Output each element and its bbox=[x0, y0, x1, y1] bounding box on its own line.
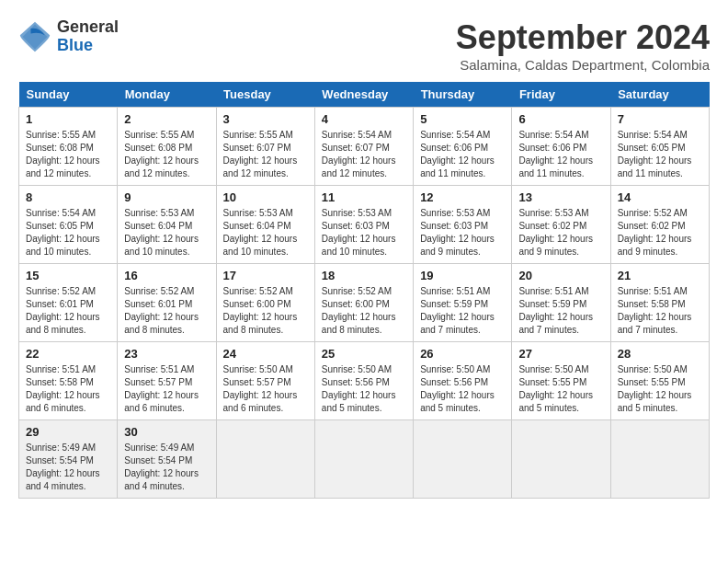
week-2: 8 Sunrise: 5:54 AMSunset: 6:05 PMDayligh… bbox=[19, 186, 710, 264]
day-3: 3 Sunrise: 5:55 AMSunset: 6:07 PMDayligh… bbox=[216, 108, 314, 186]
page-header: General Blue September 2024 Salamina, Ca… bbox=[18, 18, 710, 73]
logo-blue: Blue bbox=[57, 37, 119, 55]
location-title: Salamina, Caldas Department, Colombia bbox=[456, 57, 710, 73]
week-5: 29 Sunrise: 5:49 AMSunset: 5:54 PMDaylig… bbox=[19, 420, 710, 499]
logo: General Blue bbox=[18, 18, 119, 55]
day-25: 25 Sunrise: 5:50 AMSunset: 5:56 PMDaylig… bbox=[314, 342, 413, 420]
day-14: 14 Sunrise: 5:52 AMSunset: 6:02 PMDaylig… bbox=[610, 186, 709, 264]
day-6: 6 Sunrise: 5:54 AMSunset: 6:06 PMDayligh… bbox=[512, 108, 610, 186]
title-area: September 2024 Salamina, Caldas Departme… bbox=[456, 18, 710, 73]
day-28: 28 Sunrise: 5:50 AMSunset: 5:55 PMDaylig… bbox=[610, 342, 709, 420]
empty-cell-3 bbox=[414, 420, 512, 499]
header-saturday: Saturday bbox=[610, 82, 709, 108]
day-12: 12 Sunrise: 5:53 AMSunset: 6:03 PMDaylig… bbox=[414, 186, 512, 264]
day-18: 18 Sunrise: 5:52 AMSunset: 6:00 PMDaylig… bbox=[314, 264, 413, 342]
week-4: 22 Sunrise: 5:51 AMSunset: 5:58 PMDaylig… bbox=[19, 342, 710, 420]
logo-icon bbox=[18, 20, 51, 53]
header-tuesday: Tuesday bbox=[216, 82, 314, 108]
logo-general: General bbox=[57, 18, 119, 37]
day-2: 2 Sunrise: 5:55 AMSunset: 6:08 PMDayligh… bbox=[118, 108, 216, 186]
day-11: 11 Sunrise: 5:53 AMSunset: 6:03 PMDaylig… bbox=[314, 186, 413, 264]
day-9: 9 Sunrise: 5:53 AMSunset: 6:04 PMDayligh… bbox=[118, 186, 216, 264]
day-10: 10 Sunrise: 5:53 AMSunset: 6:04 PMDaylig… bbox=[216, 186, 314, 264]
empty-cell-5 bbox=[610, 420, 709, 499]
day-29: 29 Sunrise: 5:49 AMSunset: 5:54 PMDaylig… bbox=[19, 420, 118, 499]
day-27: 27 Sunrise: 5:50 AMSunset: 5:55 PMDaylig… bbox=[512, 342, 610, 420]
day-13: 13 Sunrise: 5:53 AMSunset: 6:02 PMDaylig… bbox=[512, 186, 610, 264]
day-8: 8 Sunrise: 5:54 AMSunset: 6:05 PMDayligh… bbox=[19, 186, 118, 264]
day-21: 21 Sunrise: 5:51 AMSunset: 5:58 PMDaylig… bbox=[610, 264, 709, 342]
header-thursday: Thursday bbox=[414, 82, 512, 108]
header-friday: Friday bbox=[512, 82, 610, 108]
logo-text: General Blue bbox=[57, 18, 119, 55]
day-16: 16 Sunrise: 5:52 AMSunset: 6:01 PMDaylig… bbox=[118, 264, 216, 342]
calendar-table: Sunday Monday Tuesday Wednesday Thursday… bbox=[18, 82, 710, 499]
week-3: 15 Sunrise: 5:52 AMSunset: 6:01 PMDaylig… bbox=[19, 264, 710, 342]
day-15: 15 Sunrise: 5:52 AMSunset: 6:01 PMDaylig… bbox=[19, 264, 118, 342]
header-sunday: Sunday bbox=[19, 82, 118, 108]
month-title: September 2024 bbox=[456, 18, 710, 57]
days-header-row: Sunday Monday Tuesday Wednesday Thursday… bbox=[19, 82, 710, 108]
empty-cell-1 bbox=[216, 420, 314, 499]
day-20: 20 Sunrise: 5:51 AMSunset: 5:59 PMDaylig… bbox=[512, 264, 610, 342]
day-19: 19 Sunrise: 5:51 AMSunset: 5:59 PMDaylig… bbox=[414, 264, 512, 342]
day-23: 23 Sunrise: 5:51 AMSunset: 5:57 PMDaylig… bbox=[118, 342, 216, 420]
day-7: 7 Sunrise: 5:54 AMSunset: 6:05 PMDayligh… bbox=[610, 108, 709, 186]
day-5: 5 Sunrise: 5:54 AMSunset: 6:06 PMDayligh… bbox=[414, 108, 512, 186]
day-30: 30 Sunrise: 5:49 AMSunset: 5:54 PMDaylig… bbox=[118, 420, 216, 499]
empty-cell-4 bbox=[512, 420, 610, 499]
day-24: 24 Sunrise: 5:50 AMSunset: 5:57 PMDaylig… bbox=[216, 342, 314, 420]
day-4: 4 Sunrise: 5:54 AMSunset: 6:07 PMDayligh… bbox=[314, 108, 413, 186]
day-26: 26 Sunrise: 5:50 AMSunset: 5:56 PMDaylig… bbox=[414, 342, 512, 420]
day-22: 22 Sunrise: 5:51 AMSunset: 5:58 PMDaylig… bbox=[19, 342, 118, 420]
day-1: 1 Sunrise: 5:55 AMSunset: 6:08 PMDayligh… bbox=[19, 108, 118, 186]
empty-cell-2 bbox=[314, 420, 413, 499]
week-1: 1 Sunrise: 5:55 AMSunset: 6:08 PMDayligh… bbox=[19, 108, 710, 186]
day-17: 17 Sunrise: 5:52 AMSunset: 6:00 PMDaylig… bbox=[216, 264, 314, 342]
header-monday: Monday bbox=[118, 82, 216, 108]
header-wednesday: Wednesday bbox=[314, 82, 413, 108]
